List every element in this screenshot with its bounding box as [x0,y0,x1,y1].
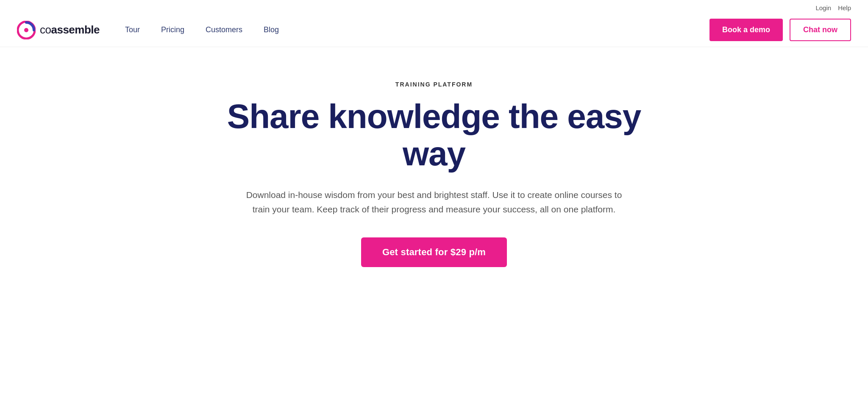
hero-eyebrow: TRAINING PLATFORM [395,81,473,88]
nav-actions: Book a demo Chat now [709,19,851,41]
nav-customers[interactable]: Customers [206,25,242,34]
nav-links: Tour Pricing Customers Blog [125,25,709,34]
navbar: coassemble Tour Pricing Customers Blog B… [0,13,868,47]
chat-now-button[interactable]: Chat now [790,19,851,41]
hero-title: Share knowledge the easy way [197,98,671,173]
logo-text: coassemble [40,23,100,36]
top-bar: Login Help [0,0,868,13]
hero-subtitle: Download in-house wisdom from your best … [243,188,625,216]
help-link[interactable]: Help [838,4,851,11]
login-link[interactable]: Login [815,4,831,11]
svg-point-1 [24,28,28,32]
book-demo-button[interactable]: Book a demo [709,19,783,41]
nav-pricing[interactable]: Pricing [161,25,184,34]
hero-section: TRAINING PLATFORM Share knowledge the ea… [180,47,688,293]
logo[interactable]: coassemble [17,21,100,39]
nav-blog[interactable]: Blog [264,25,279,34]
cta-button[interactable]: Get started for $29 p/m [361,237,507,267]
nav-tour[interactable]: Tour [125,25,140,34]
logo-icon [17,21,36,39]
